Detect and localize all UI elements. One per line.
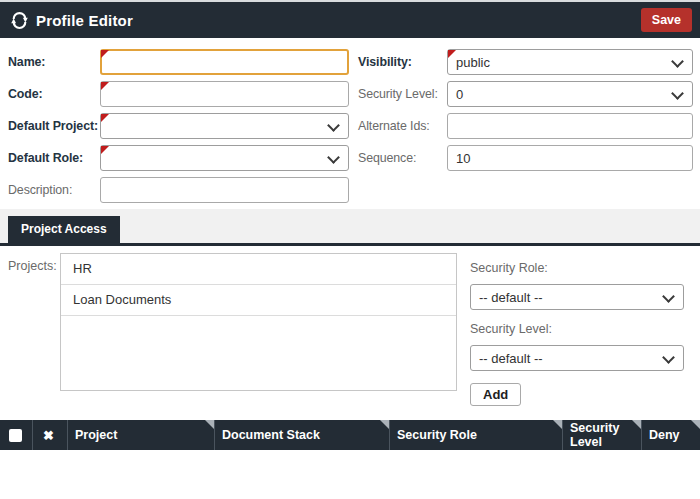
deny-header-label: Deny <box>649 428 680 442</box>
form-row-description: Description: <box>8 177 349 203</box>
chevron-down-icon <box>662 290 675 303</box>
profile-form: Name:Code:Default Project:Default Role:D… <box>0 38 700 209</box>
default-role-field <box>100 145 349 171</box>
grid-col-deny[interactable]: Deny <box>642 420 700 450</box>
security-level-label: Security Level: <box>358 87 447 101</box>
tab-strip: Project Access <box>0 209 700 246</box>
required-marker <box>101 146 109 154</box>
sort-filter-icon <box>205 420 214 429</box>
grid-header: ✖ProjectDocument StackSecurity RoleSecur… <box>0 420 700 450</box>
form-row-alternate-ids: Alternate Ids: <box>358 113 693 139</box>
alternate-ids-label: Alternate Ids: <box>358 119 447 133</box>
form-row-security-level: Security Level:0 <box>358 81 693 107</box>
sort-filter-icon <box>380 420 389 429</box>
form-row-default-role: Default Role: <box>8 145 349 171</box>
visibility-field: public <box>447 49 693 75</box>
visibility-label: Visibility: <box>358 55 447 69</box>
security-level-value: 0 <box>456 87 463 102</box>
add-button[interactable]: Add <box>470 383 521 406</box>
form-row-visibility: Visibility:public <box>358 49 693 75</box>
name-label: Name: <box>8 55 100 69</box>
form-row-code: Code: <box>8 81 349 107</box>
project-access-panel: Projects: HRLoan Documents Security Role… <box>0 246 700 420</box>
chevron-down-icon <box>671 87 684 100</box>
sequence-input[interactable] <box>447 145 693 171</box>
delete-icon[interactable]: ✖ <box>43 428 54 443</box>
chevron-down-icon <box>327 119 340 132</box>
required-marker <box>101 114 109 122</box>
project-list-item[interactable]: HR <box>61 254 456 285</box>
form-row-name: Name: <box>8 49 349 75</box>
description-label: Description: <box>8 183 100 197</box>
security-level-field: 0 <box>447 81 693 107</box>
security-level-value: -- default -- <box>479 351 543 366</box>
security-role-select[interactable]: -- default -- <box>470 284 684 310</box>
security-role-label: Security Role: <box>470 261 684 275</box>
security-level-select[interactable]: -- default -- <box>470 345 684 371</box>
alternate-ids-field <box>447 113 693 139</box>
grid-col-select-all <box>0 420 33 450</box>
sequence-label: Sequence: <box>358 151 447 165</box>
code-field <box>100 81 349 107</box>
projects-list[interactable]: HRLoan Documents <box>60 253 457 391</box>
sort-filter-icon <box>632 420 641 429</box>
grid-col-delete: ✖ <box>33 420 68 450</box>
projects-label: Projects: <box>8 259 57 273</box>
default-role-label: Default Role: <box>8 151 100 165</box>
document-stack-header-label: Document Stack <box>222 428 320 442</box>
name-field <box>100 49 349 75</box>
chevron-down-icon <box>671 55 684 68</box>
required-marker <box>101 50 109 58</box>
grid-col-security-level[interactable]: Security Level <box>563 420 642 450</box>
access-controls: Security Role: -- default -- Security Le… <box>470 261 684 406</box>
default-project-field <box>100 113 349 139</box>
chevron-down-icon <box>662 351 675 364</box>
project-header-label: Project <box>75 428 117 442</box>
security-role-value: -- default -- <box>479 290 543 305</box>
form-row-sequence: Sequence: <box>358 145 693 171</box>
security-level-label: Security Level: <box>470 322 684 336</box>
save-button[interactable]: Save <box>641 8 692 32</box>
code-input[interactable] <box>100 81 349 107</box>
select-all-checkbox[interactable] <box>9 429 22 442</box>
profile-editor-window: Profile Editor Save Name:Code:Default Pr… <box>0 0 700 499</box>
visibility-select[interactable]: public <box>447 49 693 75</box>
default-role-select[interactable] <box>100 145 349 171</box>
name-input[interactable] <box>100 49 349 75</box>
alternate-ids-input[interactable] <box>447 113 693 139</box>
form-column-left: Name:Code:Default Project:Default Role:D… <box>8 49 349 209</box>
tab-project-access[interactable]: Project Access <box>8 216 120 243</box>
grid-col-project[interactable]: Project <box>68 420 215 450</box>
description-field <box>100 177 349 203</box>
grid-col-security-role[interactable]: Security Role <box>390 420 563 450</box>
code-label: Code: <box>8 87 100 101</box>
visibility-value: public <box>456 55 490 70</box>
required-marker <box>101 82 109 90</box>
security-role-header-label: Security Role <box>397 428 477 442</box>
default-project-select[interactable] <box>100 113 349 139</box>
description-input[interactable] <box>100 177 349 203</box>
form-column-right: Visibility:publicSecurity Level:0Alterna… <box>358 49 693 209</box>
security-level-select[interactable]: 0 <box>447 81 693 107</box>
sort-filter-icon <box>553 420 562 429</box>
form-row-default-project: Default Project: <box>8 113 349 139</box>
project-list-item[interactable]: Loan Documents <box>61 285 456 316</box>
security-level-header-label: Security Level <box>570 421 641 449</box>
required-marker <box>448 50 456 58</box>
grid-col-document-stack[interactable]: Document Stack <box>215 420 390 450</box>
page-title: Profile Editor <box>36 12 133 29</box>
refresh-icon[interactable] <box>11 12 28 29</box>
app-header: Profile Editor Save <box>0 0 700 38</box>
sort-filter-icon <box>691 420 700 429</box>
sequence-field <box>447 145 693 171</box>
default-project-label: Default Project: <box>8 119 100 133</box>
chevron-down-icon <box>327 151 340 164</box>
